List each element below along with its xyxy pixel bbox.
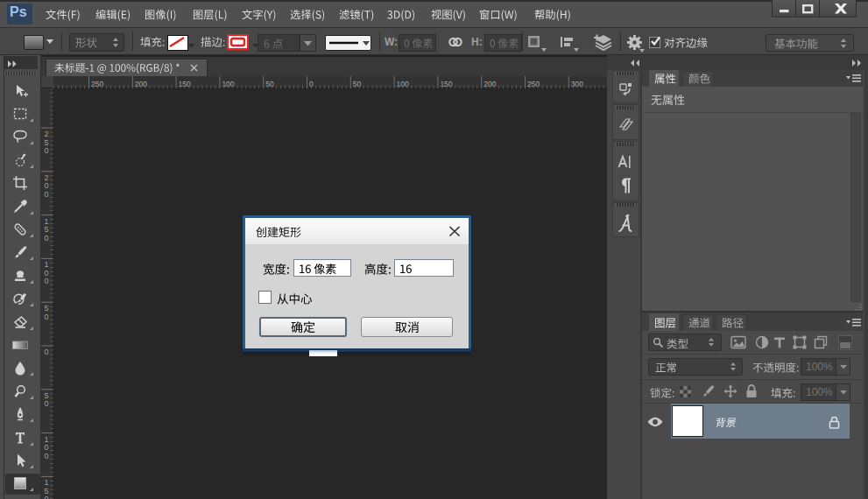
svg-text:1: 1 — [45, 435, 49, 444]
svg-text:0: 0 — [45, 452, 49, 460]
svg-text:1: 1 — [45, 217, 49, 226]
svg-text:0: 0 — [45, 313, 49, 321]
svg-text:50: 50 — [265, 80, 274, 88]
svg-text:5: 5 — [45, 487, 49, 495]
svg-text:1: 1 — [45, 478, 49, 487]
svg-text:2: 2 — [45, 173, 49, 182]
svg-text:0: 0 — [45, 146, 49, 155]
svg-text:0: 0 — [45, 443, 49, 452]
svg-text:0: 0 — [45, 277, 49, 285]
svg-text:5: 5 — [45, 391, 49, 400]
svg-text:0: 0 — [45, 399, 49, 408]
svg-text:5: 5 — [45, 304, 49, 313]
svg-text:50: 50 — [353, 80, 362, 88]
svg-text:5: 5 — [45, 225, 49, 234]
svg-text:0: 0 — [45, 190, 49, 199]
svg-text:0: 0 — [45, 269, 49, 278]
svg-text:2: 2 — [45, 130, 49, 138]
svg-text:0: 0 — [45, 181, 49, 190]
svg-text:0: 0 — [45, 234, 49, 242]
svg-text:5: 5 — [45, 138, 49, 147]
svg-text:0: 0 — [45, 495, 49, 499]
svg-text:0: 0 — [45, 348, 49, 356]
svg-text:1: 1 — [45, 260, 49, 269]
